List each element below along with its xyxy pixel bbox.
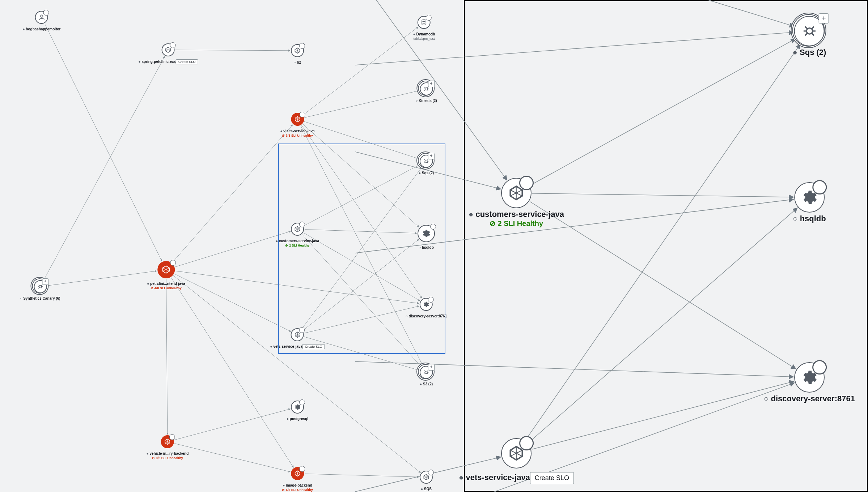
node-badge-icon: [519, 436, 534, 450]
node-icon[interactable]: [35, 11, 48, 24]
node-icon[interactable]: [420, 298, 433, 311]
node-label: hsqldb: [419, 245, 434, 249]
node-badge-icon: [299, 466, 305, 472]
node-image[interactable]: image-backend4/5 SLI Unhealthy: [282, 467, 313, 492]
node-label: pet-clini...ntend-java: [147, 282, 185, 286]
node-icon[interactable]: [291, 44, 304, 57]
node-s3[interactable]: +S3 (2): [420, 366, 433, 387]
node-icon[interactable]: [794, 362, 825, 393]
node-icon[interactable]: +: [420, 82, 433, 95]
node-badge-icon: [299, 399, 305, 405]
create-slo-button[interactable]: Create SLO: [176, 59, 198, 64]
node-label: visits-service-java: [280, 129, 315, 133]
node-sqs2[interactable]: SQS: [420, 471, 433, 492]
node-frontend[interactable]: pet-clini...ntend-java4/8 SLI Unhealthy: [147, 261, 185, 290]
node-icon[interactable]: [418, 16, 431, 29]
node-label: customers-service-java: [469, 210, 564, 219]
node-vets[interactable]: vets-service-javaCreate SLO: [270, 328, 325, 349]
node-customers[interactable]: customers-service-java2 SLI Healthy: [469, 178, 564, 228]
node-badge-icon: [812, 180, 827, 194]
node-label: Kinesis (2): [415, 99, 437, 103]
node-icon[interactable]: [291, 113, 304, 126]
node-icon[interactable]: [501, 438, 532, 469]
node-icon[interactable]: [161, 435, 174, 448]
expand-icon[interactable]: +: [428, 81, 435, 87]
svg-point-42: [41, 15, 43, 17]
overview-panel[interactable]: [0, 0, 464, 492]
node-badge-icon: [169, 434, 175, 440]
expand-icon[interactable]: +: [428, 364, 435, 371]
node-label: vehicle-in...ry-backend: [147, 452, 189, 455]
node-vets[interactable]: vets-service-javaCreate SLO: [459, 438, 574, 484]
node-icon[interactable]: [420, 471, 433, 484]
create-slo-button[interactable]: Create SLO: [302, 344, 325, 349]
node-badge-icon: [299, 43, 305, 49]
node-icon[interactable]: +: [420, 366, 433, 379]
svg-point-45: [425, 160, 428, 163]
node-icon[interactable]: [418, 225, 435, 242]
node-icon[interactable]: +: [794, 16, 825, 46]
node-icon[interactable]: [162, 43, 175, 56]
node-badge-icon: [812, 360, 827, 375]
node-label: Sqs (2): [793, 48, 826, 57]
node-discovery[interactable]: discovery-server:8761: [406, 298, 447, 319]
node-badge-icon: [428, 297, 434, 303]
node-label: b2: [294, 60, 301, 64]
node-badge-icon: [170, 260, 176, 266]
node-sqs[interactable]: +Sqs (2): [419, 155, 434, 176]
node-icon[interactable]: +: [420, 155, 433, 168]
node-label: postgresql: [287, 417, 308, 421]
node-icon[interactable]: [794, 182, 825, 213]
node-label: S3 (2): [420, 382, 433, 386]
sli-status: 3/3 SLI Unhealthy: [280, 134, 315, 137]
node-postgres[interactable]: postgresql: [287, 401, 308, 422]
node-badge-icon: [428, 470, 434, 475]
node-label: Synthetics Canary (6): [20, 296, 60, 300]
node-badge-icon: [299, 327, 305, 333]
stage: bogbashappamoitorspring-petclinic-ecsCre…: [0, 0, 868, 492]
node-customers[interactable]: customers-service-java2 SLI Healthy: [276, 223, 319, 247]
svg-point-48: [806, 28, 813, 34]
node-dynamo[interactable]: Dynamodbtable/apm_test: [413, 16, 435, 40]
node-bogba[interactable]: bogbashappamoitor: [23, 11, 61, 32]
expand-icon[interactable]: +: [428, 153, 435, 159]
node-spring[interactable]: spring-petclinic-ecsCreate SLO: [139, 43, 198, 64]
node-label: vets-service-java: [270, 345, 302, 348]
node-icon[interactable]: [291, 467, 304, 480]
node-icon[interactable]: [501, 178, 532, 208]
node-badge-icon: [430, 224, 436, 230]
node-label: SQS: [421, 487, 432, 491]
node-badge-icon: [170, 42, 176, 48]
sli-status: 2 SLI Healthy: [469, 219, 564, 228]
node-vehicle[interactable]: vehicle-in...ry-backend3/3 SLI Unhealthy: [147, 435, 189, 460]
node-label: discovery-server:8761: [764, 394, 855, 403]
expand-icon[interactable]: +: [42, 278, 48, 285]
node-visits[interactable]: visits-service-java3/3 SLI Unhealthy: [280, 113, 315, 137]
expand-icon[interactable]: +: [819, 13, 829, 23]
node-label: customers-service-java: [276, 239, 319, 243]
node-badge-icon: [519, 176, 534, 190]
sli-status: 4/5 SLI Unhealthy: [282, 488, 313, 492]
node-canary[interactable]: +Synthetics Canary (6): [20, 280, 60, 301]
svg-point-46: [39, 286, 42, 288]
node-icon[interactable]: [291, 328, 304, 341]
node-label: vets-service-java: [459, 473, 530, 482]
node-label: discovery-server:8761: [406, 314, 447, 318]
node-label: Dynamodb: [413, 32, 435, 36]
node-icon[interactable]: [291, 223, 304, 236]
node-icon[interactable]: [291, 401, 304, 414]
node-b2[interactable]: b2: [291, 44, 304, 65]
node-hsqldb[interactable]: hsqldb: [418, 225, 435, 250]
node-discovery[interactable]: discovery-server:8761: [764, 362, 855, 403]
node-icon[interactable]: [157, 261, 175, 278]
node-hsqldb[interactable]: hsqldb: [793, 182, 826, 223]
create-slo-button[interactable]: Create SLO: [530, 472, 574, 484]
node-icon[interactable]: +: [34, 280, 47, 293]
node-sublabel: table/apm_test: [413, 37, 435, 40]
detail-panel[interactable]: [464, 0, 868, 492]
sli-status: 3/3 SLI Unhealthy: [147, 456, 189, 460]
node-sqs[interactable]: +Sqs (2): [793, 16, 826, 57]
sli-status: 4/8 SLI Unhealthy: [147, 286, 185, 290]
node-kinesis[interactable]: +Kinesis (2): [415, 82, 437, 103]
node-badge-icon: [43, 10, 49, 16]
